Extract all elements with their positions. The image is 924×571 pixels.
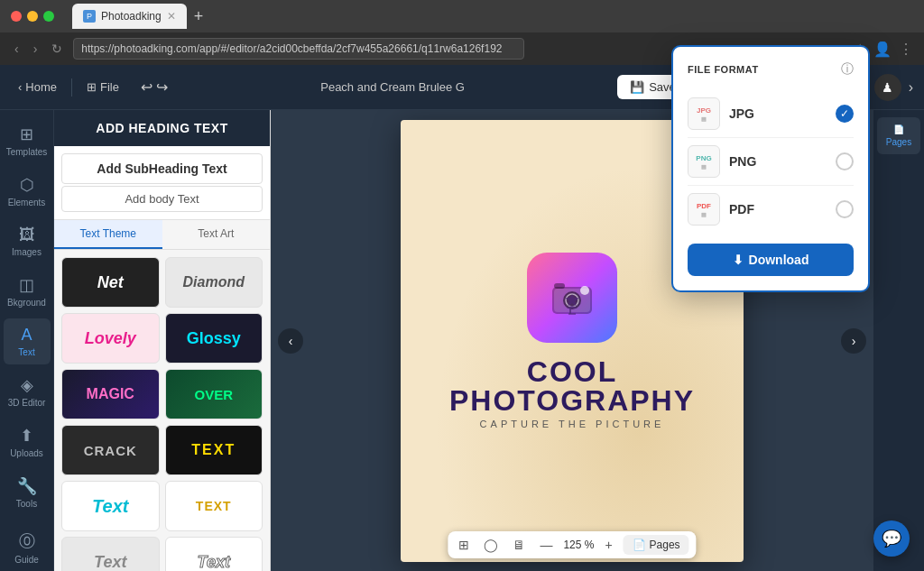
body-label: Add body Text xyxy=(125,192,199,206)
text-style-net[interactable]: Net xyxy=(61,257,160,308)
add-subheading-button[interactable]: Add SubHeading Text xyxy=(61,153,263,184)
png-label: PNG xyxy=(729,154,827,169)
sidebar-item-uploads[interactable]: ⬆ Uploads xyxy=(4,419,51,465)
png-format-icon: PNG ▤ xyxy=(688,145,720,178)
sidebar-item-label: Text xyxy=(18,347,34,357)
sidebar-item-label: 3D Editor xyxy=(8,398,46,408)
save-icon: 💾 xyxy=(630,80,644,94)
left-sidebar: ⊞ Templates ⬡ Elements 🖼 Images ◫ Bkgrou… xyxy=(0,110,54,571)
text-style-magic[interactable]: MAGIC xyxy=(61,369,160,419)
text-style-text-teal[interactable]: Text xyxy=(61,481,160,531)
add-heading-text[interactable]: ADD HEADING TEXT xyxy=(54,110,270,146)
undo-button[interactable]: ↩ xyxy=(141,78,152,96)
text-icon: A xyxy=(21,326,32,345)
tab-close-icon[interactable]: ✕ xyxy=(167,10,176,23)
home-nav[interactable]: ‹ Home xyxy=(11,77,64,97)
format-option-pdf[interactable]: PDF ▤ PDF xyxy=(688,186,854,233)
download-main-label: Download xyxy=(749,253,809,267)
back-button[interactable]: ‹ xyxy=(11,40,23,58)
redo-button[interactable]: ↪ xyxy=(156,78,168,96)
text-style-crack[interactable]: CRACK xyxy=(61,425,160,475)
text-style-glossy[interactable]: Glossy xyxy=(165,313,263,364)
camera-svg xyxy=(545,271,599,325)
text-style-text-yellow[interactable]: TEXT xyxy=(165,425,263,475)
zoom-level: 125 % xyxy=(563,539,594,551)
grid-view-button[interactable]: ⊞ xyxy=(455,536,473,554)
add-body-button[interactable]: Add body Text xyxy=(61,186,263,212)
canvas-nav-left[interactable]: ‹ xyxy=(278,328,303,354)
sidebar-item-elements[interactable]: ⬡ Elements xyxy=(4,168,51,215)
tools-icon: 🔧 xyxy=(17,476,37,496)
minimize-window-button[interactable] xyxy=(27,11,38,22)
text-style-text-gray[interactable]: Text xyxy=(61,537,160,571)
text-style-text-gold[interactable]: TEXT xyxy=(165,481,263,531)
canvas-toolbar: ⊞ ◯ 🖥 — 125 % + 📄 Pages xyxy=(448,531,696,558)
uploads-icon: ⬆ xyxy=(20,426,33,446)
address-bar[interactable] xyxy=(73,38,524,60)
download-main-button[interactable]: ⬇ Download xyxy=(688,244,854,276)
right-sidebar-label: Pages xyxy=(886,137,911,147)
eraser-button[interactable]: ◯ xyxy=(480,536,502,554)
canvas-nav-right[interactable]: › xyxy=(841,328,866,354)
pdf-format-icon: PDF ▤ xyxy=(688,193,720,226)
main-content: ⊞ Templates ⬡ Elements 🖼 Images ◫ Bkgrou… xyxy=(0,110,924,571)
jpg-radio[interactable]: ✓ xyxy=(836,110,854,123)
heading-text-label: ADD HEADING TEXT xyxy=(96,121,227,135)
sidebar-item-templates[interactable]: ⊞ Templates xyxy=(4,117,51,164)
maximize-window-button[interactable] xyxy=(43,11,54,22)
app-container: ‹ Home ⊞ File ↩ ↪ Peach and Cream Brulee… xyxy=(0,65,924,571)
sidebar-item-images[interactable]: 🖼 Images xyxy=(4,218,51,264)
zoom-out-button[interactable]: — xyxy=(536,536,556,554)
more-button[interactable]: › xyxy=(909,79,913,96)
background-icon: ◫ xyxy=(19,275,34,295)
refresh-button[interactable]: ↻ xyxy=(48,40,66,58)
right-sidebar-pages[interactable]: 📄 Pages xyxy=(877,117,920,154)
text-style-text-outline[interactable]: Text xyxy=(165,537,263,571)
download-arrow-icon: ⬇ xyxy=(733,253,744,267)
monitor-button[interactable]: 🖥 xyxy=(509,536,529,554)
text-style-lovely[interactable]: Lovely xyxy=(61,313,160,364)
logo-text: COOL PHOTOGRAPHY CAPTURE THE PICTURE xyxy=(401,357,744,429)
3deditor-icon: ◈ xyxy=(21,375,33,395)
jpg-label: JPG xyxy=(729,110,827,121)
tool-panel: ADD HEADING TEXT Add SubHeading Text Add… xyxy=(54,110,271,571)
file-menu[interactable]: ⊞ File xyxy=(79,77,126,97)
chat-icon: 💬 xyxy=(882,529,901,548)
sidebar-item-label: Tools xyxy=(16,499,37,509)
forward-button[interactable]: › xyxy=(30,40,42,58)
chevron-left-icon: ‹ xyxy=(18,80,22,94)
avatar-button[interactable]: ♟ xyxy=(874,74,901,101)
zoom-in-button[interactable]: + xyxy=(601,536,615,554)
close-window-button[interactable] xyxy=(11,11,22,22)
text-style-over[interactable]: OVER xyxy=(165,369,263,419)
tab-label: Photoadking xyxy=(101,10,162,23)
chat-fab[interactable]: 💬 xyxy=(873,520,910,557)
format-option-jpg[interactable]: JPG ▤ JPG ✓ xyxy=(688,110,854,138)
text-style-diamond[interactable]: Diamond xyxy=(165,257,263,308)
tab-text-art[interactable]: Text Art xyxy=(162,220,271,249)
sidebar-item-text[interactable]: A Text xyxy=(4,318,51,364)
pages-button[interactable]: 📄 Pages xyxy=(624,535,689,555)
profile-button[interactable]: 👤 xyxy=(873,41,892,58)
subheading-label: Add SubHeading Text xyxy=(97,161,226,176)
sidebar-item-label: Uploads xyxy=(10,448,43,458)
logo-sub-text: CAPTURE THE PICTURE xyxy=(401,419,744,429)
new-tab-button[interactable]: + xyxy=(190,7,208,26)
browser-tab-active[interactable]: P Photoadking ✕ xyxy=(72,4,187,29)
sidebar-item-guide[interactable]: ⓪ Guide xyxy=(4,523,51,571)
pdf-radio[interactable] xyxy=(836,200,854,218)
svg-rect-7 xyxy=(568,313,576,315)
format-option-png[interactable]: PNG ▤ PNG xyxy=(688,138,854,186)
png-radio[interactable] xyxy=(836,152,854,170)
text-styles-grid: Net Diamond Lovely Glossy MAGIC OVER CRA… xyxy=(54,250,270,571)
menu-button[interactable]: ⋮ xyxy=(899,41,913,58)
tab-text-theme[interactable]: Text Theme xyxy=(54,220,162,249)
sidebar-item-tools[interactable]: 🔧 Tools xyxy=(4,469,51,516)
sidebar-item-3deditor[interactable]: ◈ 3D Editor xyxy=(4,368,51,415)
logo-icon xyxy=(527,253,617,343)
text-tabs: Text Theme Text Art xyxy=(54,220,270,250)
file-label: File xyxy=(100,80,119,94)
sidebar-item-background[interactable]: ◫ Bkground xyxy=(4,268,51,315)
pages-label: Pages xyxy=(650,539,680,551)
logo-main-text: COOL PHOTOGRAPHY xyxy=(401,357,744,415)
